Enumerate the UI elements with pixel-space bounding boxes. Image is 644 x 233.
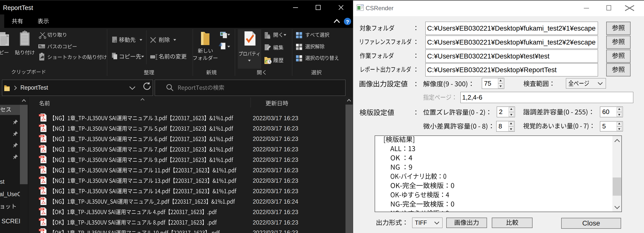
svg-text:?: ? xyxy=(346,19,349,25)
